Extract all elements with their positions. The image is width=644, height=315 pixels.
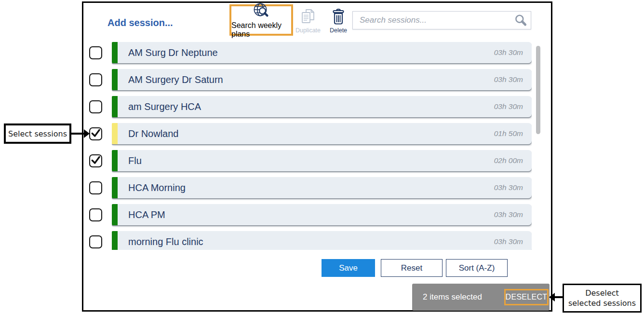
session-row: HCA PM 03h 30m bbox=[89, 204, 532, 225]
session-row: am Surgery HCA 03h 30m bbox=[89, 96, 532, 117]
session-row: Dr Nowland 01h 50m bbox=[89, 123, 532, 144]
session-name: AM Surg Dr Neptune bbox=[128, 47, 218, 58]
session-card[interactable]: HCA PM 03h 30m bbox=[112, 204, 532, 225]
select-sessions-callout: Select sessions bbox=[4, 123, 71, 144]
selection-status-bar: 2 items selected DESELECT bbox=[412, 284, 550, 311]
search-weekly-plans-button[interactable]: Search weekly plans bbox=[231, 2, 291, 39]
checkmark-icon bbox=[90, 154, 101, 166]
session-color-bar bbox=[112, 231, 118, 250]
session-name: Dr Nowland bbox=[128, 128, 178, 139]
globe-search-icon bbox=[252, 2, 270, 21]
session-name: AM Surgery Dr Saturn bbox=[128, 74, 223, 85]
session-card[interactable]: AM Surg Dr Neptune 03h 30m bbox=[112, 42, 532, 63]
session-row: AM Surgery Dr Saturn 03h 30m bbox=[89, 69, 532, 90]
session-name: Flu bbox=[128, 155, 142, 166]
session-color-bar bbox=[112, 42, 118, 63]
deselect-arrow-line bbox=[554, 296, 563, 298]
session-checkbox[interactable] bbox=[89, 154, 102, 167]
session-card[interactable]: Flu 02h 00m bbox=[112, 150, 532, 171]
session-checkbox[interactable] bbox=[89, 100, 102, 113]
session-color-bar bbox=[112, 69, 118, 90]
search-sessions-input[interactable] bbox=[352, 11, 531, 29]
session-checkbox[interactable] bbox=[89, 181, 102, 194]
duplicate-icon bbox=[300, 8, 316, 27]
deselect-callout-line2: selected sessions bbox=[568, 298, 636, 308]
session-list: AM Surg Dr Neptune 03h 30m AM Surgery Dr… bbox=[89, 42, 532, 250]
session-checkbox[interactable] bbox=[89, 127, 102, 140]
reset-button[interactable]: Reset bbox=[381, 259, 443, 277]
session-card[interactable]: morning Flu clinic 03h 30m bbox=[112, 231, 532, 250]
session-name: HCA PM bbox=[128, 209, 165, 220]
session-card[interactable]: HCA Morning 03h 30m bbox=[112, 177, 532, 198]
delete-label: Delete bbox=[330, 27, 347, 34]
session-duration: 03h 30m bbox=[494, 210, 523, 219]
select-sessions-arrow-head bbox=[84, 129, 90, 138]
select-sessions-arrow-line bbox=[71, 133, 84, 135]
session-search bbox=[352, 11, 531, 29]
session-duration: 03h 30m bbox=[494, 75, 523, 84]
deselect-callout-line1: Deselect bbox=[585, 288, 619, 298]
search-icon bbox=[514, 14, 527, 29]
add-session-link[interactable]: Add session... bbox=[107, 17, 173, 28]
session-color-bar bbox=[112, 96, 118, 117]
session-row: morning Flu clinic 03h 30m bbox=[89, 231, 532, 250]
session-color-bar bbox=[112, 204, 118, 225]
checkmark-icon bbox=[90, 127, 101, 139]
deselect-button[interactable]: DESELECT bbox=[504, 289, 549, 305]
session-name: HCA Morning bbox=[128, 182, 186, 193]
session-row: HCA Morning 03h 30m bbox=[89, 177, 532, 198]
search-weekly-plans-highlight: Search weekly plans bbox=[229, 4, 293, 36]
session-checkbox[interactable] bbox=[89, 208, 102, 221]
duplicate-button[interactable]: Duplicate bbox=[291, 7, 325, 34]
session-duration: 03h 30m bbox=[494, 102, 523, 111]
session-duration: 03h 30m bbox=[494, 183, 523, 192]
session-color-bar bbox=[112, 123, 118, 144]
scrollbar-thumb[interactable] bbox=[536, 46, 540, 134]
session-checkbox[interactable] bbox=[89, 235, 102, 248]
session-row: AM Surg Dr Neptune 03h 30m bbox=[89, 42, 532, 63]
session-name: am Surgery HCA bbox=[128, 101, 201, 112]
session-duration: 03h 30m bbox=[494, 48, 523, 57]
deselect-callout: Deselect selected sessions bbox=[563, 284, 642, 313]
save-button[interactable]: Save bbox=[322, 259, 375, 277]
session-color-bar bbox=[112, 150, 118, 171]
items-selected-text: 2 items selected bbox=[423, 284, 482, 311]
session-card[interactable]: am Surgery HCA 03h 30m bbox=[112, 96, 532, 117]
duplicate-label: Duplicate bbox=[295, 27, 321, 34]
delete-button[interactable]: Delete bbox=[325, 7, 352, 34]
session-card[interactable]: Dr Nowland 01h 50m bbox=[112, 123, 532, 144]
session-color-bar bbox=[112, 177, 118, 198]
sort-az-button[interactable]: Sort (A-Z) bbox=[446, 259, 508, 277]
session-name: morning Flu clinic bbox=[128, 236, 203, 247]
session-duration: 02h 00m bbox=[494, 156, 523, 165]
session-row: Flu 02h 00m bbox=[89, 150, 532, 171]
session-duration: 03h 30m bbox=[494, 237, 523, 246]
session-checkbox[interactable] bbox=[89, 73, 102, 86]
session-card[interactable]: AM Surgery Dr Saturn 03h 30m bbox=[112, 69, 532, 90]
search-weekly-plans-label: Search weekly plans bbox=[231, 21, 291, 39]
trash-icon bbox=[331, 8, 346, 27]
session-checkbox[interactable] bbox=[89, 46, 102, 59]
session-duration: 01h 50m bbox=[494, 129, 523, 138]
screenshot-stage: Add session... Search weekly plans bbox=[0, 0, 644, 315]
deselect-arrow-head bbox=[549, 293, 555, 301]
